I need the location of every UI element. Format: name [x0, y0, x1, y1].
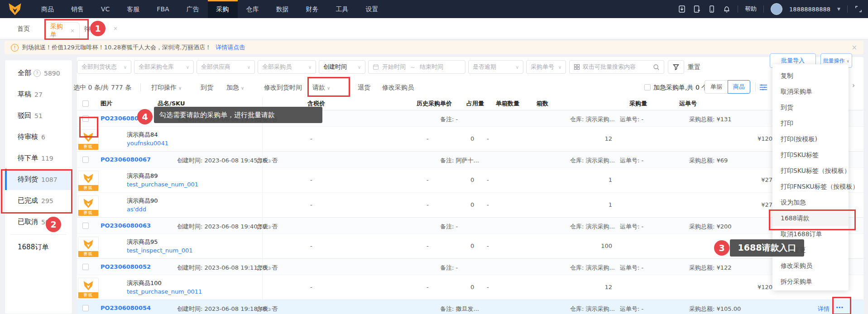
bell-icon[interactable] — [723, 5, 731, 13]
product-sku-link[interactable]: test_purchase_num_0011 — [127, 288, 202, 295]
sidebar-item-待下单[interactable]: 待下单119 — [5, 147, 72, 169]
menu-item-打印FNSKU标签（按模板）[interactable]: 打印FNSKU标签（按模板） — [772, 179, 849, 195]
urgent-filter-checkbox[interactable] — [644, 84, 651, 90]
view-product-toggle[interactable]: 商品 — [728, 80, 750, 94]
arrive-button[interactable]: 到货 — [201, 81, 213, 94]
time-type-select[interactable]: 创建时间∨ — [319, 60, 365, 74]
po-number-link[interactable]: PO2306080052 — [101, 263, 151, 270]
buyer-select[interactable]: 全部采购员∨ — [258, 60, 316, 74]
nav-item-工具[interactable]: 工具 — [327, 0, 357, 18]
column-settings-icon[interactable] — [759, 83, 768, 92]
modify-arrival-time-button[interactable]: 修改到货时间 — [264, 81, 302, 94]
avatar[interactable] — [771, 3, 782, 15]
row-checkbox[interactable] — [82, 223, 89, 229]
view-doc-toggle[interactable]: 单据 — [705, 80, 728, 94]
history-price: - — [427, 243, 429, 249]
tab-partial[interactable]: 待 × — [84, 18, 91, 39]
close-icon[interactable]: × — [851, 43, 857, 52]
po-group-row[interactable]: PO2306080067创建时间: 2023-06-08 19:45:16 ∨含… — [77, 151, 863, 168]
menu-item-1688请款[interactable]: 1688请款 — [772, 210, 849, 226]
next-columns-arrow-icon[interactable]: › — [852, 81, 855, 90]
po-group-row[interactable]: PO2306080054创建时间: 2023-06-08 19:18:48 ∨含… — [77, 300, 863, 314]
menu-item-取消采购单[interactable]: 取消采购单 — [772, 84, 849, 100]
nav-item-采购[interactable]: 采购 — [208, 0, 238, 18]
menu-item-打印SKU标签（按模板）[interactable]: 打印SKU标签（按模板） — [772, 163, 849, 179]
sidebar-item-草稿[interactable]: 草稿27 — [5, 84, 72, 105]
menu-item-打印(按模板)[interactable]: 打印(按模板) — [772, 131, 849, 147]
row-checkbox[interactable] — [82, 115, 89, 122]
tab-purchase-order[interactable]: 采购单 × — [45, 22, 80, 39]
nav-item-设置[interactable]: 设置 — [357, 0, 387, 18]
payment-request-button[interactable]: 请款∨ — [312, 81, 330, 94]
help-link[interactable]: 帮助 — [745, 5, 757, 13]
product-sku-link[interactable]: test_purchase_num_001 — [127, 181, 198, 188]
print-actions-button[interactable]: 打印操作∨ — [151, 81, 182, 94]
search-icon[interactable] — [653, 64, 660, 71]
close-icon[interactable]: × — [70, 28, 75, 34]
nav-item-数据[interactable]: 数据 — [268, 0, 297, 18]
chevron-down-icon: ∨ — [308, 65, 312, 70]
search-field-select[interactable]: 采购单号∨ — [526, 60, 566, 74]
advanced-filter-button[interactable] — [668, 60, 684, 74]
row-checkbox[interactable] — [82, 305, 89, 311]
sidebar-item-驳回[interactable]: 驳回51 — [5, 105, 72, 126]
detail-link[interactable]: 详情 — [818, 305, 830, 313]
date-range-picker[interactable]: 开始时间~结束时间 — [368, 60, 465, 74]
menu-item-拆分采购单[interactable]: 拆分采购单 — [772, 274, 849, 290]
nav-item-商品[interactable]: 商品 — [33, 0, 62, 18]
reset-button[interactable]: 重置 — [688, 60, 700, 74]
sidebar-item-待审核[interactable]: 待审核6 — [5, 126, 72, 147]
product-sku-link[interactable]: as'ddd — [127, 206, 146, 213]
row-checkbox[interactable] — [82, 264, 89, 270]
product-sku-link[interactable]: youfnsku0041 — [127, 140, 168, 147]
nav-item-客服[interactable]: 客服 — [118, 0, 148, 18]
product-row: 赛狐演示商品100test_purchase_num_0011--0-12¥12… — [77, 275, 863, 300]
doc-add-icon[interactable] — [693, 5, 701, 13]
sidebar-item-已完成[interactable]: 已完成295 — [5, 190, 72, 211]
sidebar-item-待到货[interactable]: 待到货1087 — [5, 169, 72, 190]
download-icon[interactable] — [678, 5, 686, 13]
refund-button[interactable]: 退货 — [358, 81, 370, 94]
arrival-status-select[interactable]: 全部到货状态∨ — [77, 60, 131, 74]
mobile-icon[interactable] — [708, 5, 716, 13]
sidebar-item-1688订单[interactable]: 1688订单 — [5, 237, 72, 258]
menu-item-打印[interactable]: 打印 — [772, 115, 849, 131]
selected-count[interactable]: 选中 0 条/共 777 条 — [73, 81, 131, 94]
sidebar-item-已取消[interactable]: 已取消50 — [5, 211, 72, 233]
fullscreen-icon[interactable] — [854, 5, 863, 13]
nav-item-FBA[interactable]: FBA — [148, 0, 177, 18]
nav-item-广告[interactable]: 广告 — [178, 0, 208, 18]
product-sku-link[interactable]: test_inspect_num_001 — [127, 247, 193, 254]
menu-item-修改采购员[interactable]: 修改采购员 — [772, 258, 849, 274]
sidebar-item-label: 全部 — [18, 69, 31, 77]
row-checkbox[interactable] — [82, 157, 89, 163]
po-group-row[interactable]: PO2306080052创建时间: 2023-06-08 19:11:33 ∨含… — [77, 258, 863, 275]
user-phone[interactable]: 18888888888 — [789, 6, 830, 13]
select-all-checkbox[interactable] — [82, 100, 89, 107]
product-fox-icon — [82, 280, 94, 291]
notice-detail-link[interactable]: 详情请点击 — [216, 43, 245, 52]
po-number-link[interactable]: PO2306080054 — [101, 304, 151, 311]
batch-search-input[interactable]: 双击可批量搜索内容 — [569, 60, 664, 74]
po-group-row[interactable]: PO2306080063创建时间: 2023-06-08 19:40:52 ∨含… — [77, 217, 863, 234]
overdue-select[interactable]: 是否逾期∨ — [468, 60, 523, 74]
po-number-link[interactable]: PO2306080063 — [101, 222, 151, 229]
po-number-link[interactable]: PO2306080067 — [101, 156, 151, 163]
close-icon[interactable]: × — [113, 18, 118, 39]
nav-item-VC[interactable]: VC — [92, 0, 118, 18]
tab-home[interactable]: 首页 — [17, 18, 30, 39]
sidebar-item-全部[interactable]: 全部?5890 — [5, 62, 72, 84]
nav-item-销售[interactable]: 销售 — [62, 0, 92, 18]
warehouse-select[interactable]: 全部采购仓库∨ — [134, 60, 194, 74]
supplier-select[interactable]: 全部供应商∨ — [197, 60, 255, 74]
modify-buyer-button[interactable]: 修改采购员 — [382, 81, 414, 94]
nav-item-财务[interactable]: 财务 — [297, 0, 327, 18]
menu-item-设为加急[interactable]: 设为加急 — [772, 195, 849, 210]
menu-item-打印SKU标签[interactable]: 打印SKU标签 — [772, 147, 849, 163]
chevron-down-icon[interactable]: ▼ — [837, 7, 840, 11]
menu-item-复制[interactable]: 复制 — [772, 68, 849, 84]
urgent-button[interactable]: 加急∨ — [226, 81, 244, 94]
nav-item-仓库[interactable]: 仓库 — [238, 0, 268, 18]
more-actions-button[interactable]: ⋯ — [836, 303, 843, 312]
menu-item-到货[interactable]: 到货 — [772, 100, 849, 115]
